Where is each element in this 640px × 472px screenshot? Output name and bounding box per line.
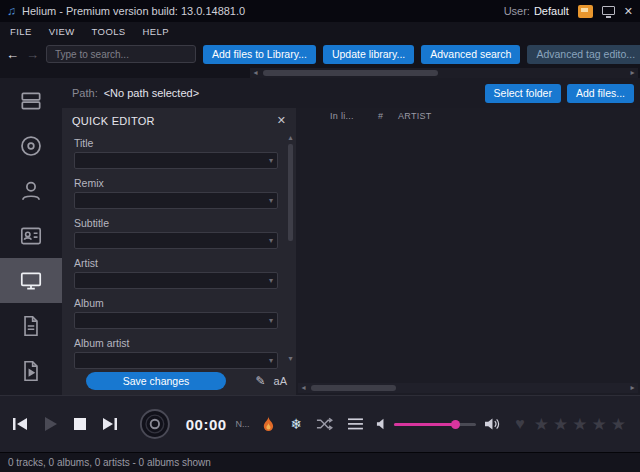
- title-combobox[interactable]: ▾: [74, 152, 278, 169]
- advanced-tag-editor-button[interactable]: Advanced tag edito...: [527, 45, 640, 64]
- back-arrow-icon[interactable]: ←: [6, 47, 19, 62]
- chevron-down-icon: ▾: [269, 236, 273, 245]
- advanced-search-button[interactable]: Advanced search: [421, 45, 520, 64]
- scroll-right-icon[interactable]: ▸: [627, 68, 638, 78]
- field-album: Album ▾: [74, 297, 278, 329]
- quick-editor-vertical-scrollbar[interactable]: ▴ ▾: [286, 133, 295, 363]
- play-document-icon: [18, 358, 44, 384]
- field-label: Album artist: [74, 337, 278, 349]
- select-folder-button[interactable]: Select folder: [485, 84, 561, 103]
- favorite-heart-icon[interactable]: ♥: [515, 415, 525, 433]
- path-label: Path:: [72, 87, 98, 99]
- quick-editor-title: QUICK EDITOR: [72, 115, 155, 127]
- close-panel-icon[interactable]: ✕: [277, 114, 286, 127]
- next-track-button[interactable]: [100, 414, 120, 434]
- pencil-icon[interactable]: ✎: [255, 374, 265, 388]
- menu-tools[interactable]: TOOLS: [92, 26, 126, 37]
- queue-menu-icon[interactable]: [348, 418, 363, 430]
- monitor-icon: [18, 268, 44, 294]
- previous-track-button[interactable]: [10, 414, 30, 434]
- table-header: In li... # ARTIST: [296, 108, 640, 124]
- menu-view[interactable]: VIEW: [49, 26, 75, 37]
- volume-slider[interactable]: [394, 419, 476, 429]
- play-button[interactable]: [40, 414, 60, 434]
- path-value: <No path selected>: [104, 87, 199, 99]
- flag-icon[interactable]: [578, 5, 593, 18]
- font-size-icon[interactable]: aA: [274, 375, 287, 387]
- chevron-down-icon: ▾: [269, 276, 273, 285]
- user-label: User:: [504, 5, 530, 17]
- add-files-button[interactable]: Add files...: [567, 84, 634, 103]
- volume-down-icon[interactable]: [376, 418, 385, 430]
- sidebar-item-documents[interactable]: [0, 303, 62, 348]
- sidebar-item-library[interactable]: [0, 78, 62, 123]
- album-artist-combobox[interactable]: ▾: [74, 352, 278, 369]
- status-text: 0 tracks, 0 albums, 0 artists - 0 albums…: [8, 457, 211, 468]
- scroll-left-icon[interactable]: ◂: [250, 68, 261, 78]
- scroll-down-icon[interactable]: ▾: [286, 354, 295, 363]
- player-bar: 00:00 N... ❄ ♥ ★★★★★: [0, 395, 640, 452]
- display-icon[interactable]: [602, 6, 615, 15]
- field-artist: Artist ▾: [74, 257, 278, 289]
- scroll-right-icon[interactable]: ▸: [627, 383, 638, 393]
- column-in-library[interactable]: In li...: [330, 111, 378, 121]
- disc-icon: [18, 133, 44, 159]
- chevron-down-icon: ▾: [269, 316, 273, 325]
- menubar: FILE VIEW TOOLS HELP: [0, 22, 640, 40]
- user-value[interactable]: Default: [534, 5, 569, 17]
- field-remix: Remix ▾: [74, 177, 278, 209]
- close-window-icon[interactable]: ✕: [624, 6, 633, 17]
- sidebar-item-display[interactable]: [0, 258, 62, 303]
- person-icon: [18, 178, 44, 204]
- contact-card-icon: [18, 223, 44, 249]
- app-music-note-icon: ♫: [7, 4, 16, 18]
- snowflake-icon[interactable]: ❄: [291, 416, 303, 432]
- column-artist[interactable]: ARTIST: [398, 111, 432, 121]
- album-combobox[interactable]: ▾: [74, 312, 278, 329]
- field-label: Remix: [74, 177, 278, 189]
- toolbar: ← → Add files to Library... Update libra…: [0, 40, 640, 68]
- path-row: Path: <No path selected> Select folder A…: [62, 78, 640, 108]
- stop-button[interactable]: [70, 414, 90, 434]
- table-horizontal-scrollbar[interactable]: ◂ ▸: [298, 383, 638, 393]
- forward-arrow-icon[interactable]: →: [26, 47, 39, 62]
- time-display: 00:00: [186, 416, 227, 433]
- sidebar-item-discs[interactable]: [0, 123, 62, 168]
- menu-help[interactable]: HELP: [143, 26, 169, 37]
- volume-slider-thumb[interactable]: [451, 420, 460, 429]
- scroll-up-icon[interactable]: ▴: [286, 133, 295, 142]
- scrollbar-thumb[interactable]: [263, 70, 438, 76]
- top-horizontal-scrollbar[interactable]: ◂ ▸: [250, 68, 638, 78]
- sidebar: [0, 78, 62, 395]
- remix-combobox[interactable]: ▾: [74, 192, 278, 209]
- sidebar-item-artists[interactable]: [0, 168, 62, 213]
- shuffle-icon[interactable]: [316, 417, 333, 431]
- update-library-button[interactable]: Update library...: [323, 45, 414, 64]
- field-label: Title: [74, 137, 278, 149]
- statusbar: 0 tracks, 0 albums, 0 artists - 0 albums…: [0, 452, 640, 472]
- sidebar-item-media-files[interactable]: [0, 348, 62, 393]
- menu-file[interactable]: FILE: [10, 26, 32, 37]
- field-title: Title ▾: [74, 137, 278, 169]
- titlebar: ♫ Helium - Premium version build: 13.0.1…: [0, 0, 640, 22]
- field-label: Album: [74, 297, 278, 309]
- flame-icon[interactable]: [261, 415, 276, 433]
- now-playing-disc-icon[interactable]: [139, 407, 171, 441]
- now-playing-text: N...: [236, 419, 250, 429]
- field-label: Artist: [74, 257, 278, 269]
- field-subtitle: Subtitle ▾: [74, 217, 278, 249]
- search-input[interactable]: [46, 45, 196, 63]
- add-files-to-library-button[interactable]: Add files to Library...: [203, 45, 316, 64]
- subtitle-combobox[interactable]: ▾: [74, 232, 278, 249]
- rating-stars[interactable]: ★★★★★: [534, 414, 630, 435]
- sidebar-item-artist-card[interactable]: [0, 213, 62, 258]
- speaker-icon[interactable]: [485, 417, 500, 431]
- artist-combobox[interactable]: ▾: [74, 272, 278, 289]
- field-album-artist: Album artist ▾: [74, 337, 278, 369]
- save-changes-button[interactable]: Save changes: [86, 372, 226, 390]
- scroll-left-icon[interactable]: ◂: [298, 383, 309, 393]
- scrollbar-thumb[interactable]: [311, 385, 396, 391]
- scrollbar-thumb[interactable]: [288, 144, 293, 241]
- field-label: Subtitle: [74, 217, 278, 229]
- column-number[interactable]: #: [378, 111, 398, 121]
